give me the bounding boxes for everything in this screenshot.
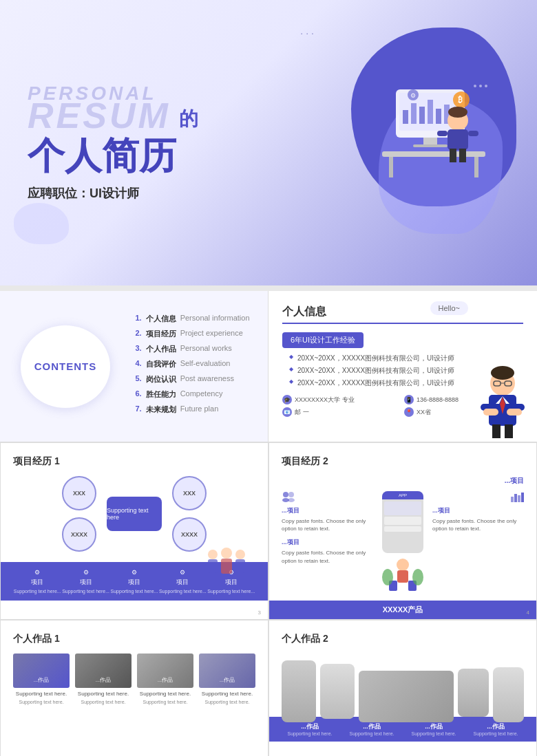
project2-chart-icon	[432, 491, 524, 502]
work-label-overlay-3: ...作品	[137, 673, 193, 687]
work-sub1-1: Supporting text here.	[13, 691, 70, 697]
work-sub1-2: Supporting text here.	[75, 691, 131, 697]
de-character: 的	[179, 106, 509, 132]
footer-item-3: ⚙ 项目 Supporting text here...	[111, 569, 158, 594]
works2-label-1: ...作品	[282, 722, 338, 731]
cover-subtitle: 应聘职位：UI设计师	[28, 185, 509, 202]
svg-point-49	[288, 492, 294, 497]
project2-item3-desc: Copy paste fonts. Choose the only option…	[432, 517, 524, 532]
gear-icon-4: ⚙	[180, 569, 185, 576]
work-thumb-2: ...作品	[75, 654, 131, 688]
svg-rect-47	[235, 559, 245, 573]
contents-item: 5.岗位认识Post awareness	[135, 374, 249, 385]
svg-rect-59	[514, 494, 517, 502]
project1-diagram: XXX XXXX Supporting text here XXX XXXX	[13, 476, 255, 552]
contact-item: 🎓XXXXXXXX大学 专业	[282, 395, 401, 404]
work-thumb-4: ...作品	[199, 654, 255, 688]
project2-left-col: ...项目 Copy paste fonts. Choose the only …	[282, 491, 373, 565]
deco-dots: ···	[300, 28, 317, 39]
top-project: ...项目	[282, 476, 524, 486]
phone-1	[282, 660, 316, 722]
gear-icon-2: ⚙	[83, 569, 89, 576]
contents-oval: CONTENTS	[21, 325, 110, 408]
page-num-4: 4	[527, 609, 529, 616]
avatar-illustration	[475, 366, 530, 435]
svg-rect-35	[507, 409, 522, 415]
works2-sub-1: Supporting text here.	[282, 731, 338, 736]
project2-phone: APP	[382, 491, 423, 553]
contents-list: 1.个人信息Personal information2.项目经历Project …	[128, 303, 256, 430]
works2-item-1: ...作品 Supporting text here.	[282, 722, 338, 736]
node-xxxx1: XXXX	[62, 517, 96, 552]
phone-4	[493, 667, 524, 722]
svg-point-36	[491, 366, 514, 380]
svg-point-51	[288, 498, 295, 502]
contents-item: 2.项目经历Project experience	[135, 329, 249, 339]
gear-icon-1: ⚙	[34, 569, 40, 576]
works2-sub-4: Supporting text here.	[467, 731, 524, 736]
footer-item-2: ⚙ 项目 Supporting text here...	[62, 569, 109, 594]
svg-point-52	[397, 559, 409, 571]
project2-phone-container: APP	[379, 491, 427, 594]
work-item-1: ...作品 Supporting text here. Supporting t…	[13, 654, 70, 704]
work-label-overlay-1: ...作品	[13, 673, 70, 687]
contents-item: 4.自我评价Self-evaluation	[135, 359, 249, 369]
deco-blob	[14, 203, 69, 244]
svg-rect-60	[518, 495, 520, 502]
phone-mockups	[282, 654, 524, 722]
work-item-4: ...作品 Supporting text here. Supporting t…	[199, 654, 255, 704]
work-sub2-3: Supporting text here.	[137, 700, 193, 704]
svg-rect-43	[208, 559, 218, 573]
works2-item-3: ...作品 Supporting text here.	[406, 722, 462, 736]
product-label: XXXXX产品	[269, 601, 536, 619]
slide-works1: 个人作品 1 ...作品 Supporting text here. Suppo…	[0, 620, 268, 756]
project2-person	[379, 557, 427, 594]
node-xxxx2: XXXX	[172, 517, 207, 552]
tablet-mockup	[359, 671, 454, 722]
work-sub2-4: Supporting text here.	[199, 700, 255, 704]
svg-point-57	[412, 569, 423, 585]
project2-right-col: ...项目 Copy paste fonts. Choose the only …	[432, 491, 524, 532]
footer-item-1: ⚙ 项目 Supporting text here...	[14, 569, 61, 594]
project2-item1-title: ...项目	[282, 506, 373, 515]
work-sub1-3: Supporting text here.	[137, 691, 193, 697]
project1-title: 项目经历 1	[13, 455, 255, 468]
cover-main-title: 个人简历	[28, 136, 509, 176]
exp-item: 20XX~20XX，XXXXX图例科技有限公司，UI设计师	[289, 354, 523, 363]
project2-item2-desc: Copy paste fonts. Choose the only option…	[282, 549, 373, 564]
works2-label-4: ...作品	[467, 722, 524, 731]
works2-sub-3: Supporting text here.	[406, 731, 462, 736]
contents-item: 6.胜任能力Competency	[135, 389, 249, 400]
svg-rect-61	[521, 493, 524, 502]
works2-label-3: ...作品	[406, 722, 462, 731]
works2-label-2: ...作品	[344, 722, 400, 731]
works2-bottom-grid: ...作品 Supporting text here. ...作品 Suppor…	[282, 722, 524, 736]
works1-grid: ...作品 Supporting text here. Supporting t…	[13, 654, 255, 704]
work-sub1-4: Supporting text here.	[199, 691, 255, 697]
slide-contents: CONTENTS 1.个人信息Personal information2.项目经…	[0, 291, 537, 442]
hello-bubble: Hello~	[430, 301, 469, 315]
contents-item: 3.个人作品Personal works	[135, 344, 249, 354]
work-thumb-3: ...作品	[137, 654, 193, 688]
node-xxx2: XXX	[172, 476, 207, 510]
svg-rect-45	[221, 559, 232, 574]
team-illustration	[199, 548, 254, 585]
project2-item1-desc: Copy paste fonts. Choose the only option…	[282, 517, 373, 532]
contents-label: CONTENTS	[34, 360, 97, 372]
contents-item: 7.未来规划Future plan	[135, 404, 249, 415]
svg-point-48	[283, 492, 288, 497]
svg-rect-41	[505, 424, 513, 438]
svg-point-46	[235, 550, 245, 559]
phone-3	[458, 669, 489, 717]
svg-rect-58	[511, 497, 514, 502]
work-item-3: ...作品 Supporting text here. Supporting t…	[137, 654, 193, 704]
slide-project2: 项目经历 2 ...项目 ...项目 Copy paste fonts. Cho…	[268, 442, 537, 620]
work-label-overlay-2: ...作品	[75, 673, 131, 687]
contact-item: 📧邮 一	[282, 407, 401, 417]
works2-item-4: ...作品 Supporting text here.	[467, 722, 524, 736]
contents-item: 1.个人信息Personal information	[135, 314, 249, 324]
personal-info-panel: 个人信息 Hello~ 6年UI设计工作经验 20XX~20XX，XXXXX图例…	[268, 291, 537, 442]
slide-project1: 项目经历 1 XXX XXXX Supporting text here XXX…	[0, 442, 268, 620]
works2-item-2: ...作品 Supporting text here.	[344, 722, 400, 736]
slides-grid: 项目经历 1 XXX XXXX Supporting text here XXX…	[0, 442, 537, 756]
